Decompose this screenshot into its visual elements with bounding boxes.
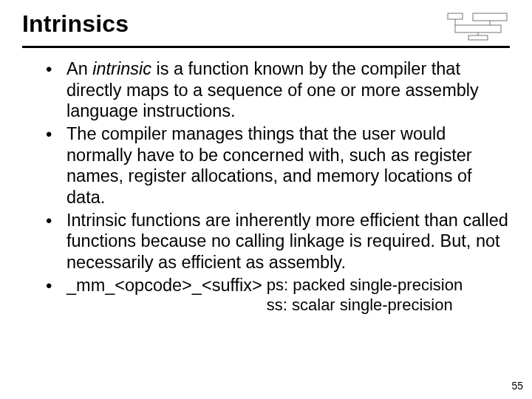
svg-rect-3: [468, 35, 488, 40]
slide: Intrinsics An intrinsic is a function kn…: [0, 0, 532, 399]
svg-rect-2: [455, 25, 501, 33]
slide-title: Intrinsics: [22, 10, 129, 38]
title-row: Intrinsics: [22, 10, 510, 48]
bullet-item: Intrinsic functions are inherently more …: [46, 210, 510, 273]
bullet-item: The compiler manages things that the use…: [46, 123, 510, 208]
bullet-text: Intrinsic functions are inherently more …: [66, 211, 508, 272]
slide-body: An intrinsic is a function known by the …: [22, 58, 510, 316]
svg-rect-0: [448, 13, 463, 19]
svg-rect-1: [473, 13, 507, 21]
suffix-legend: ps: packed single-precision ss: scalar s…: [267, 275, 463, 316]
bullet-item: _mm_<opcode>_<suffix> ps: packed single-…: [46, 275, 510, 316]
bullet-text: The compiler manages things that the use…: [66, 124, 472, 207]
suffix-legend-line: ps: packed single-precision: [267, 275, 463, 296]
page-number: 55: [511, 380, 523, 392]
bullet-list: An intrinsic is a function known by the …: [24, 58, 510, 316]
header-diagram-icon: [446, 12, 510, 41]
bullet-text-em: intrinsic: [92, 59, 151, 78]
intrinsic-pattern-label: _mm_<opcode>_<suffix>: [66, 275, 262, 296]
intrinsic-pattern-row: _mm_<opcode>_<suffix> ps: packed single-…: [66, 275, 510, 316]
suffix-legend-line: ss: scalar single-precision: [267, 295, 463, 316]
bullet-item: An intrinsic is a function known by the …: [46, 58, 510, 122]
bullet-text-pre: An: [66, 59, 92, 78]
